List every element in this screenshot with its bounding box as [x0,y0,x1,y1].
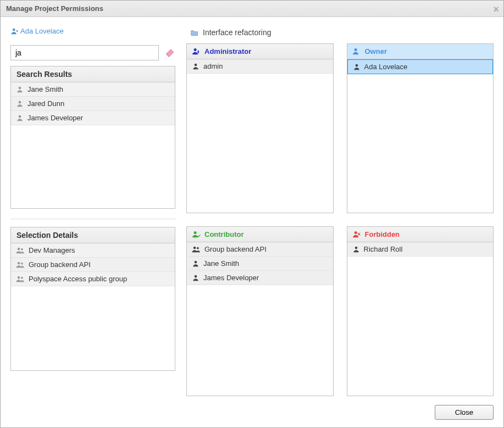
selection-item-label: Dev Managers [29,246,75,254]
role-label-administrator: Administrator [204,47,251,55]
selection-item[interactable]: Polyspace Access public group [11,272,175,286]
current-user[interactable]: Ada Lovelace [10,27,175,35]
selection-item-label: Group backend API [29,260,91,269]
dialog-footer: Close [1,399,503,427]
role-header-contributor: Contributor [187,227,333,242]
role-panel-owner[interactable]: Owner Ada Lovelace [347,43,494,213]
admin-icon [191,47,201,55]
role-member-label: admin [203,62,223,70]
svg-point-5 [21,248,23,250]
divider [10,219,175,219]
search-results-header: Search Results [11,66,175,82]
role-member-item[interactable]: Ada Lovelace [347,59,494,74]
role-label-owner: Owner [365,47,387,55]
owner-icon [352,47,362,55]
svg-point-16 [193,246,196,249]
dialog-title: Manage Project Permissions [6,4,103,13]
role-body-forbidden: Richard Roll [347,242,494,396]
group-icon [15,275,25,283]
group-icon [15,261,25,269]
group-icon [15,247,25,254]
selection-item[interactable]: Dev Managers [11,243,175,258]
selection-details-body: Dev ManagersGroup backend APIPolyspace A… [11,243,175,370]
search-row [10,45,175,60]
role-member-label: Group backend API [204,245,267,253]
search-result-label: Jane Smith [27,85,63,93]
svg-point-14 [355,64,358,66]
svg-point-0 [13,28,15,31]
svg-point-2 [19,101,21,103]
svg-point-15 [194,231,197,234]
left-column: Ada Lovelace Search Results Jane SmithJa… [10,27,175,396]
project-header: Interface refactoring [186,27,494,43]
svg-point-10 [194,48,197,51]
selection-item-label: Polyspace Access public group [29,275,127,283]
dialog-body: Ada Lovelace Search Results Jane SmithJa… [1,17,503,399]
role-member-item[interactable]: admin [187,59,333,74]
roles-grid: Administrator admin Owner Ada Lovelace C… [186,43,494,396]
role-member-item[interactable]: James Developer [187,271,333,285]
user-icon [352,246,361,253]
selection-item[interactable]: Group backend API [11,258,175,272]
close-button[interactable]: Close [435,405,494,420]
svg-point-13 [354,48,357,51]
role-member-item[interactable]: Jane Smith [187,257,333,271]
svg-point-6 [18,262,20,264]
user-icon [191,260,200,268]
svg-point-3 [19,115,21,118]
svg-point-9 [21,276,23,279]
role-member-label: Ada Lovelace [364,63,408,71]
permissions-dialog: Manage Project Permissions × Ada Lovelac… [0,0,504,428]
user-icon [15,114,24,122]
svg-point-21 [355,246,357,249]
group-icon [191,246,201,253]
search-result-label: James Developer [27,114,83,122]
project-name: Interface refactoring [203,28,272,37]
right-column: Interface refactoring Administrator admi… [186,27,494,396]
close-icon[interactable]: × [493,4,499,15]
svg-point-7 [21,262,23,264]
user-plus-icon [10,27,19,35]
role-member-item[interactable]: Group backend API [187,242,333,257]
forbidden-icon [352,230,362,238]
search-results-body: Jane SmithJared DunnJames Developer [11,82,175,208]
role-label-forbidden: Forbidden [365,230,400,238]
search-result-label: Jared Dunn [27,99,64,108]
current-user-name: Ada Lovelace [20,27,64,35]
selection-details-panel: Selection Details Dev ManagersGroup back… [10,227,175,371]
svg-point-20 [354,231,357,234]
user-icon [352,63,361,71]
search-results-panel: Search Results Jane SmithJared DunnJames… [10,66,175,209]
selection-details-header: Selection Details [11,227,175,243]
dialog-titlebar: Manage Project Permissions × [1,1,503,17]
role-header-owner: Owner [347,44,494,59]
user-icon [191,274,200,282]
role-panel-forbidden[interactable]: Forbidden Richard Roll [347,226,494,396]
user-icon [15,86,24,93]
svg-point-4 [18,247,20,250]
role-body-contributor: Group backend APIJane SmithJames Develop… [187,242,333,396]
search-result-item[interactable]: Jared Dunn [11,97,175,111]
role-body-owner: Ada Lovelace [347,59,494,213]
svg-point-1 [19,86,21,89]
role-member-label: James Developer [203,274,259,282]
role-label-contributor: Contributor [204,230,243,238]
role-member-item[interactable]: Richard Roll [347,242,494,257]
eraser-icon[interactable] [164,47,175,59]
svg-rect-11 [198,51,200,53]
user-icon [15,100,24,108]
contributor-icon [191,230,201,238]
search-input[interactable] [10,45,159,60]
user-icon [191,63,200,70]
svg-point-8 [18,276,20,279]
svg-point-18 [195,260,197,263]
search-result-item[interactable]: Jane Smith [11,82,175,97]
search-result-item[interactable]: James Developer [11,111,175,125]
folder-icon [190,29,200,37]
svg-point-19 [195,275,197,277]
role-member-label: Richard Roll [364,245,403,253]
svg-point-17 [197,247,199,249]
role-header-forbidden: Forbidden [347,227,494,242]
role-panel-administrator[interactable]: Administrator admin [186,43,334,213]
role-panel-contributor[interactable]: Contributor Group backend APIJane SmithJ… [186,226,334,396]
